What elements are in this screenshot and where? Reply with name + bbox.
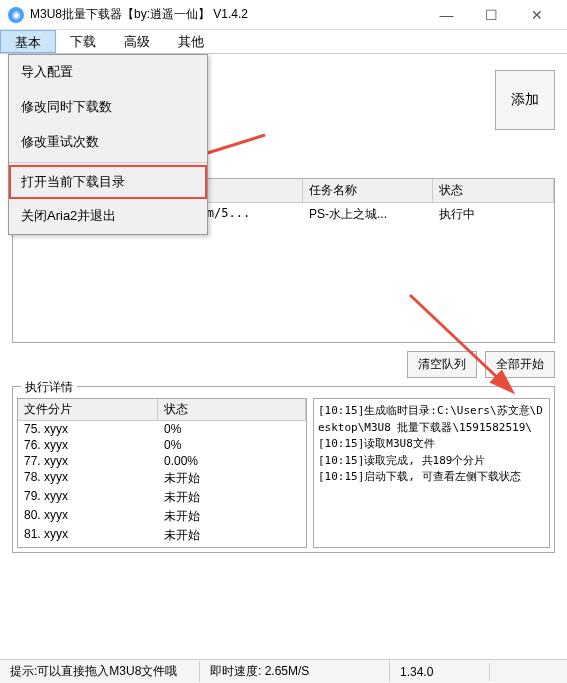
basic-dropdown: 导入配置 修改同时下载数 修改重试次数 打开当前下载目录 关闭Aria2并退出 xyxy=(8,54,208,235)
file-name: 75. xyyx xyxy=(18,421,158,437)
dropdown-divider xyxy=(9,162,207,163)
task-header-status[interactable]: 状态 xyxy=(433,179,554,202)
file-row[interactable]: 78. xyyx未开始 xyxy=(18,469,306,488)
file-status: 未开始 xyxy=(158,526,306,545)
file-status: 0.00% xyxy=(158,453,306,469)
file-status: 0% xyxy=(158,421,306,437)
task-header-name[interactable]: 任务名称 xyxy=(303,179,433,202)
dropdown-import-config[interactable]: 导入配置 xyxy=(9,55,207,90)
add-button[interactable]: 添加 xyxy=(495,70,555,130)
titlebar: ◉ M3U8批量下载器【by:逍遥一仙】 V1.4.2 — ☐ ✕ xyxy=(0,0,567,30)
clear-queue-button[interactable]: 清空队列 xyxy=(407,351,477,378)
status-speed: 即时速度: 2.65M/S xyxy=(200,661,390,682)
file-status: 0% xyxy=(158,437,306,453)
file-status: 未开始 xyxy=(158,545,306,548)
file-status: 未开始 xyxy=(158,507,306,526)
file-name: 81. xyyx xyxy=(18,526,158,545)
file-header-status[interactable]: 状态 xyxy=(158,399,306,420)
file-row[interactable]: 81. xyyx未开始 xyxy=(18,526,306,545)
file-row[interactable]: 75. xyyx0% xyxy=(18,421,306,437)
app-icon: ◉ xyxy=(8,7,24,23)
detail-label: 执行详情 xyxy=(21,379,77,396)
file-row[interactable]: 80. xyyx未开始 xyxy=(18,507,306,526)
task-cell-name: PS-水上之城... xyxy=(303,203,433,226)
menu-basic[interactable]: 基本 xyxy=(0,30,56,53)
status-hint: 提示:可以直接拖入M3U8文件哦 xyxy=(0,661,200,682)
start-all-button[interactable]: 全部开始 xyxy=(485,351,555,378)
statusbar: 提示:可以直接拖入M3U8文件哦 即时速度: 2.65M/S 1.34.0 xyxy=(0,659,567,683)
file-list: 文件分片 状态 75. xyyx0%76. xyyx0%77. xyyx0.00… xyxy=(17,398,307,548)
maximize-button[interactable]: ☐ xyxy=(469,0,514,30)
menu-download[interactable]: 下载 xyxy=(56,30,110,53)
file-name: 77. xyyx xyxy=(18,453,158,469)
close-button[interactable]: ✕ xyxy=(514,0,559,30)
file-row[interactable]: 77. xyyx0.00% xyxy=(18,453,306,469)
dropdown-modify-concurrent[interactable]: 修改同时下载数 xyxy=(9,90,207,125)
file-name: 82. xyyx xyxy=(18,545,158,548)
window-title: M3U8批量下载器【by:逍遥一仙】 V1.4.2 xyxy=(30,6,424,23)
file-status: 未开始 xyxy=(158,488,306,507)
dropdown-close-aria2-exit[interactable]: 关闭Aria2并退出 xyxy=(9,199,207,234)
file-status: 未开始 xyxy=(158,469,306,488)
file-row[interactable]: 76. xyyx0% xyxy=(18,437,306,453)
file-name: 76. xyyx xyxy=(18,437,158,453)
file-header-name[interactable]: 文件分片 xyxy=(18,399,158,420)
minimize-button[interactable]: — xyxy=(424,0,469,30)
status-version: 1.34.0 xyxy=(390,663,490,681)
dropdown-open-download-dir[interactable]: 打开当前下载目录 xyxy=(9,165,207,199)
file-list-body[interactable]: 75. xyyx0%76. xyyx0%77. xyyx0.00%78. xyy… xyxy=(18,421,306,548)
window-controls: — ☐ ✕ xyxy=(424,0,559,30)
task-cell-status: 执行中 xyxy=(433,203,554,226)
detail-section: 执行详情 文件分片 状态 75. xyyx0%76. xyyx0%77. xyy… xyxy=(12,386,555,553)
log-box[interactable]: [10:15]生成临时目录:C:\Users\苏文意\Desktop\M3U8 … xyxy=(313,398,550,548)
menu-advanced[interactable]: 高级 xyxy=(110,30,164,53)
file-row[interactable]: 79. xyyx未开始 xyxy=(18,488,306,507)
menu-other[interactable]: 其他 xyxy=(164,30,218,53)
menubar: 基本 下载 高级 其他 xyxy=(0,30,567,54)
file-name: 79. xyyx xyxy=(18,488,158,507)
dropdown-modify-retry[interactable]: 修改重试次数 xyxy=(9,125,207,160)
file-name: 78. xyyx xyxy=(18,469,158,488)
file-row[interactable]: 82. xyyx未开始 xyxy=(18,545,306,548)
file-name: 80. xyyx xyxy=(18,507,158,526)
